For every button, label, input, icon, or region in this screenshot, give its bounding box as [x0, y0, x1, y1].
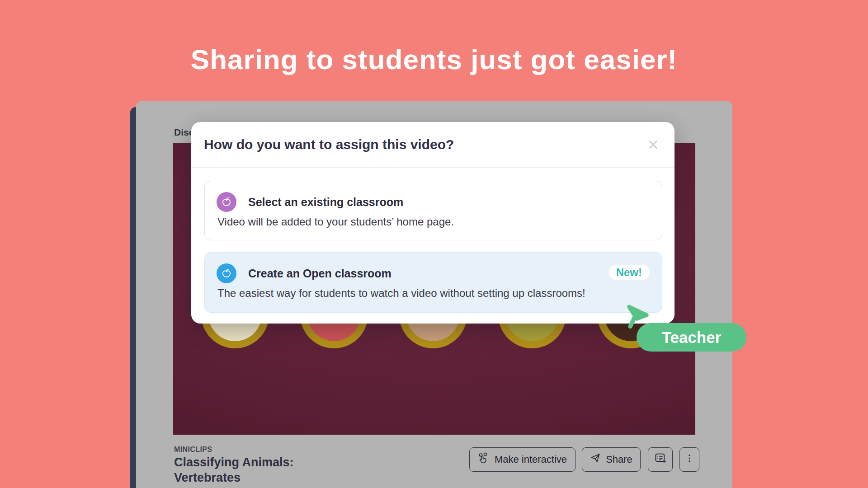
new-badge: New! [609, 265, 650, 280]
video-title: Classifying Animals: Vertebrates [174, 455, 301, 485]
modal-title: How do you want to assign this video? [204, 137, 454, 152]
apple-icon [217, 192, 236, 212]
close-icon [647, 139, 659, 152]
playlist-add-icon [654, 452, 667, 467]
kebab-menu-icon [684, 453, 694, 466]
option-create-open-classroom[interactable]: Create an Open classroom New! The easies… [204, 252, 662, 313]
promo-screen: Sharing to students just got easier! Dis… [0, 0, 868, 488]
option-description: Video will be added to your students’ ho… [217, 216, 454, 228]
option-head: Select an existing classroom [217, 192, 403, 212]
option-title: Create an Open classroom [248, 267, 392, 280]
teacher-label-pill: Teacher [637, 323, 746, 352]
share-label: Share [606, 454, 632, 465]
send-icon [590, 453, 601, 466]
assign-video-modal: How do you want to assign this video? [191, 122, 675, 324]
modal-header: How do you want to assign this video? [191, 122, 675, 168]
close-button[interactable] [646, 138, 660, 152]
option-head: Create an Open classroom [217, 263, 392, 283]
add-to-playlist-button[interactable] [648, 447, 673, 472]
option-select-existing-classroom[interactable]: Select an existing classroom Video will … [204, 181, 662, 240]
promo-heading: Sharing to students just got easier! [0, 43, 868, 75]
apple-icon [217, 263, 236, 283]
series-label: MINICLIPS [174, 446, 212, 454]
make-interactive-label: Make interactive [495, 454, 567, 465]
make-interactive-button[interactable]: Make interactive [469, 447, 576, 472]
tap-icon [478, 452, 490, 467]
option-title: Select an existing classroom [248, 196, 403, 209]
more-options-button[interactable] [679, 447, 699, 472]
share-button[interactable]: Share [582, 447, 641, 472]
option-description: The easiest way for students to watch a … [217, 287, 585, 300]
